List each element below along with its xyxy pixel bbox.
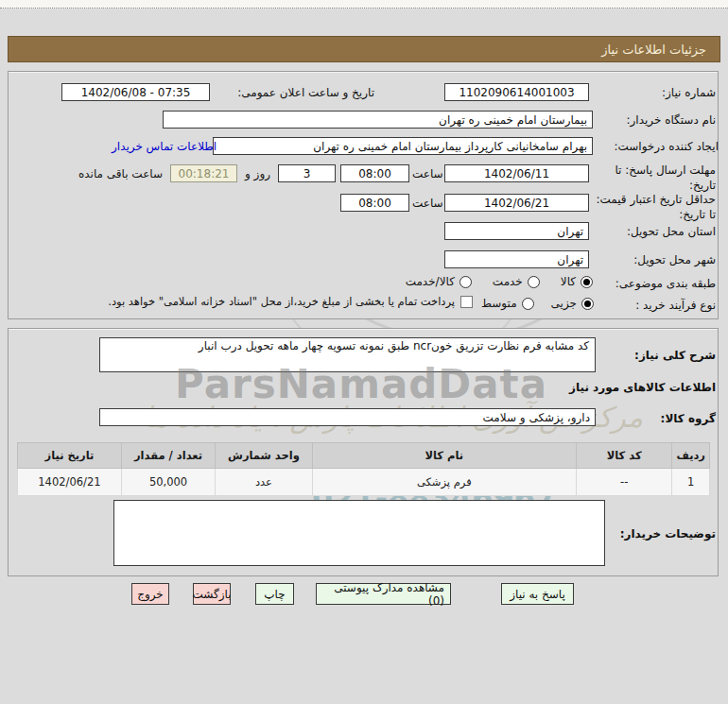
radio-service[interactable]: خدمت bbox=[493, 275, 540, 288]
radio-minor-icon[interactable] bbox=[581, 298, 594, 310]
need-number-label: شماره نیاز: bbox=[662, 86, 716, 99]
purchase-type-options: جزیی متوسط bbox=[480, 297, 594, 310]
col-quantity: تعداد / مقدار bbox=[121, 443, 215, 469]
countdown-timer: 00:18:21 bbox=[170, 164, 237, 182]
col-unit: واحد شمارش bbox=[216, 443, 312, 469]
cell-row-number: 1 bbox=[672, 469, 710, 496]
table-row: 1 -- فرم پزشکی عدد 50,000 1402/06/21 bbox=[18, 469, 710, 496]
reply-deadline-label: مهلت ارسال پاسخ: تا تاریخ: bbox=[600, 163, 716, 193]
col-need-date: تاریخ نیاز bbox=[18, 443, 122, 469]
reply-to-need-button[interactable]: پاسخ به نیاز bbox=[501, 583, 574, 605]
exit-button[interactable]: خروج bbox=[131, 583, 169, 605]
need-details-page: جزئیات اطلاعات نیاز 0101 1001 10 شماره ن… bbox=[0, 0, 728, 704]
radio-minor-label: جزیی bbox=[551, 297, 577, 310]
price-validity-date-field[interactable]: 1402/06/21 bbox=[444, 194, 589, 212]
col-item-code: کد کالا bbox=[576, 443, 672, 469]
delivery-city-field[interactable]: تهران bbox=[444, 250, 589, 268]
radio-goods[interactable]: کالا bbox=[561, 275, 593, 288]
radio-medium-icon[interactable] bbox=[522, 298, 534, 310]
radio-medium-label: متوسط bbox=[481, 297, 517, 310]
need-desc-label: شرح کلی نیاز: bbox=[634, 349, 716, 362]
print-button[interactable]: چاپ bbox=[255, 583, 294, 605]
treasury-payment-option: پرداخت تمام یا بخشی از مبلغ خرید،از محل … bbox=[21, 295, 473, 308]
goods-group-label: گروه کالا: bbox=[661, 412, 716, 425]
col-row-number: ردیف bbox=[672, 443, 710, 469]
radio-medium[interactable]: متوسط bbox=[481, 297, 534, 310]
purchase-type-label: نوع فرآیند خرید : bbox=[635, 299, 716, 312]
price-validity-label: حداقل تاریخ اعتبار قیمت: تا تاریخ: bbox=[591, 192, 716, 222]
radio-service-label: خدمت bbox=[493, 275, 523, 288]
page-title: جزئیات اطلاعات نیاز bbox=[601, 43, 706, 57]
items-table: ردیف کد کالا نام کالا واحد شمارش تعداد /… bbox=[17, 442, 710, 496]
radio-service-icon[interactable] bbox=[528, 276, 540, 288]
top-dotted-divider bbox=[0, 0, 728, 9]
goods-group-field[interactable]: دارو، پزشکی و سلامت bbox=[99, 408, 596, 426]
request-creator-label: ایجاد کننده درخواست: bbox=[614, 140, 719, 153]
radio-goods-service[interactable]: کالا/خدمت bbox=[406, 275, 472, 288]
reply-deadline-hour-label: ساعت bbox=[412, 167, 443, 180]
delivery-province-field[interactable]: تهران bbox=[444, 222, 589, 240]
back-button[interactable]: بازگشت bbox=[193, 583, 231, 605]
price-validity-hour-label: ساعت bbox=[412, 197, 443, 210]
subject-class-options: کالا خدمت کالا/خدمت bbox=[397, 275, 593, 288]
request-creator-field[interactable]: بهرام سامخانیانی کارپرداز بیمارستان امام… bbox=[213, 137, 593, 155]
cell-need-date: 1402/06/21 bbox=[18, 469, 122, 496]
reply-deadline-time-field[interactable]: 08:00 bbox=[340, 164, 409, 182]
delivery-province-label: استان محل تحویل: bbox=[627, 225, 716, 238]
reply-deadline-date-field[interactable]: 1402/06/11 bbox=[444, 164, 589, 182]
buyer-org-label: نام دستگاه خریدار: bbox=[627, 113, 717, 127]
radio-goods-service-icon[interactable] bbox=[459, 276, 472, 288]
treasury-checkbox-label: پرداخت تمام یا بخشی از مبلغ خرید،از محل … bbox=[108, 295, 455, 308]
hours-remaining-label: ساعت باقی مانده bbox=[78, 167, 163, 180]
treasury-checkbox[interactable] bbox=[460, 296, 473, 308]
radio-goods-service-label: کالا/خدمت bbox=[406, 275, 455, 288]
page-title-bar: جزئیات اطلاعات نیاز bbox=[8, 36, 720, 62]
view-attachments-button[interactable]: مشاهده مدارک پیوستی (0) bbox=[316, 583, 451, 605]
buyer-notes-label: توضیحات خریدار: bbox=[620, 527, 716, 541]
need-desc-field[interactable]: کد مشابه فرم نظارت تزریق خونncr طبق نمون… bbox=[99, 337, 596, 372]
cell-item-code: -- bbox=[576, 469, 672, 496]
col-item-name: نام کالا bbox=[312, 443, 576, 469]
subject-class-label: طبقه بندی موضوعی: bbox=[615, 277, 716, 290]
need-number-field[interactable]: 1102090614001003 bbox=[444, 83, 589, 101]
announce-datetime-field[interactable]: 1402/06/08 - 07:35 bbox=[61, 83, 210, 101]
days-remaining-field[interactable]: 3 bbox=[278, 164, 336, 182]
cell-quantity: 50,000 bbox=[121, 469, 215, 496]
delivery-city-label: شهر محل تحویل: bbox=[633, 253, 716, 266]
days-and-label: روز و bbox=[245, 167, 270, 180]
cell-unit: عدد bbox=[216, 469, 312, 496]
buyer-contact-link[interactable]: اطلاعات تماس خریدار bbox=[112, 140, 217, 153]
radio-goods-label: کالا bbox=[561, 275, 576, 288]
price-validity-time-field[interactable]: 08:00 bbox=[340, 194, 409, 212]
cell-item-name: فرم پزشکی bbox=[312, 469, 576, 496]
items-heading: اطلاعات کالاهای مورد نیاز bbox=[569, 381, 716, 394]
buyer-org-field[interactable]: بیمارستان امام خمینی ره تهران bbox=[163, 111, 593, 129]
radio-goods-icon[interactable] bbox=[581, 276, 593, 288]
items-table-header-row: ردیف کد کالا نام کالا واحد شمارش تعداد /… bbox=[18, 443, 710, 469]
announce-datetime-label: تاریخ و ساعت اعلان عمومی: bbox=[216, 86, 374, 99]
buyer-notes-field[interactable] bbox=[113, 500, 605, 566]
radio-minor[interactable]: جزیی bbox=[551, 297, 594, 310]
countdown-group: 3 روز و 00:18:21 ساعت باقی مانده bbox=[3, 164, 336, 182]
